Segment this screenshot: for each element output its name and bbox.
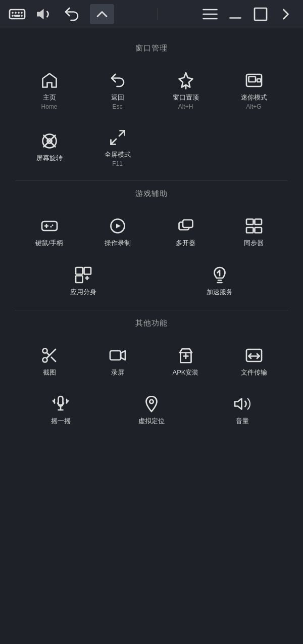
- svg-marker-52: [121, 351, 125, 360]
- menu-icon[interactable]: [201, 5, 219, 23]
- shake-icon: [48, 394, 73, 414]
- boost-label: 加速服务: [207, 288, 233, 297]
- game-assistant-grid: 键鼠/手柄 操作录制: [15, 209, 288, 253]
- sync-icon: [242, 216, 266, 236]
- svg-marker-30: [116, 223, 121, 228]
- window-management-title: 窗口管理: [15, 43, 288, 53]
- other-functions-section: 其他功能 截图: [15, 318, 288, 431]
- svg-point-28: [50, 226, 52, 227]
- rotate-icon: [37, 131, 62, 151]
- svg-rect-35: [246, 227, 254, 233]
- multi-open-label: 多开器: [176, 239, 195, 248]
- mini-mode-button[interactable]: 迷你模式 Alt+G: [220, 63, 288, 115]
- pin-button[interactable]: 窗口置顶 Alt+H: [152, 63, 220, 115]
- back-button[interactable]: 返回 Esc: [83, 63, 152, 115]
- mini-label-en: Alt+G: [246, 103, 261, 110]
- screen-record-button[interactable]: 录屏: [83, 338, 152, 382]
- svg-rect-41: [76, 275, 83, 283]
- scissors-icon: [37, 345, 62, 365]
- fullscreen-button[interactable]: 全屏模式 F11: [83, 120, 152, 172]
- screen-record-label: 录屏: [111, 369, 124, 377]
- toolbar-divider: [158, 8, 158, 20]
- file-transfer-icon: [242, 345, 266, 365]
- svg-rect-32: [183, 220, 193, 227]
- svg-point-60: [149, 400, 154, 404]
- home-label-en: Home: [41, 103, 57, 110]
- toolbar: [0, 0, 303, 28]
- record-label: 操作录制: [105, 239, 131, 248]
- volume-button[interactable]: 音量: [197, 387, 288, 431]
- svg-marker-61: [235, 399, 242, 409]
- caret-up-icon[interactable]: [90, 4, 114, 24]
- keyboard-gamepad-label: 键鼠/手柄: [35, 239, 64, 248]
- svg-rect-0: [10, 10, 25, 19]
- rotate-label-zh: 屏幕旋转: [36, 154, 63, 163]
- svg-point-27: [52, 224, 53, 226]
- shake-label: 摇一摇: [51, 417, 71, 426]
- pin-label-en: Alt+H: [178, 103, 193, 110]
- back-icon: [106, 70, 130, 90]
- multi-open-button[interactable]: 多开器: [152, 209, 220, 253]
- shake-button[interactable]: 摇一摇: [15, 387, 106, 431]
- volume-icon-main: [230, 394, 255, 414]
- sync-button[interactable]: 同步器: [220, 209, 288, 253]
- mini-mode-icon: [242, 70, 266, 90]
- svg-rect-39: [76, 267, 83, 274]
- home-button[interactable]: 主页 Home: [15, 63, 83, 115]
- pin-label-zh: 窗口置顶: [173, 94, 199, 102]
- mini-label-zh: 迷你模式: [241, 94, 267, 102]
- home-label-zh: 主页: [43, 94, 56, 102]
- svg-rect-13: [255, 8, 267, 20]
- fullscreen-label-en: F11: [112, 160, 123, 167]
- toolbar-left: [8, 4, 114, 24]
- back-label-zh: 返回: [111, 94, 124, 102]
- record-button[interactable]: 操作录制: [83, 209, 152, 253]
- game-assistant-title: 游戏辅助: [15, 189, 288, 199]
- file-transfer-button[interactable]: 文件传输: [220, 338, 288, 382]
- video-icon: [106, 345, 130, 365]
- apk-icon: [174, 345, 198, 365]
- svg-rect-16: [248, 77, 256, 82]
- location-icon: [139, 394, 164, 414]
- sync-label: 同步器: [244, 239, 264, 248]
- svg-rect-17: [257, 79, 261, 82]
- boost-icon: [208, 265, 232, 285]
- multi-open-icon: [174, 216, 198, 236]
- apk-label: APK安装: [172, 369, 198, 377]
- screenshot-label: 截图: [43, 369, 56, 377]
- keyboard-gamepad-button[interactable]: 键鼠/手柄: [15, 209, 83, 253]
- home-icon: [37, 70, 62, 90]
- other-functions-grid-2: 摇一摇 虚拟定位: [15, 387, 288, 431]
- boost-button[interactable]: 加速服务: [152, 258, 288, 302]
- fullscreen-label-zh: 全屏模式: [105, 151, 131, 159]
- back-toolbar-icon[interactable]: [63, 5, 81, 23]
- main-content: 窗口管理 主页 Home 返: [0, 28, 303, 446]
- clone-label: 应用分身: [70, 288, 96, 297]
- svg-rect-34: [255, 219, 262, 224]
- apk-install-button[interactable]: APK安装: [152, 338, 220, 382]
- window-management-section: 窗口管理 主页 Home 返: [15, 43, 288, 172]
- game-assistant-section: 游戏辅助 键鼠/手柄: [15, 189, 288, 302]
- keyboard-icon[interactable]: [8, 5, 26, 23]
- clone-icon: [71, 265, 95, 285]
- game-assistant-grid-2: 应用分身 加速服务: [15, 258, 288, 302]
- clone-button[interactable]: 应用分身: [15, 258, 152, 302]
- volume-label: 音量: [236, 417, 249, 426]
- divider-2: [15, 310, 288, 310]
- screenshot-button[interactable]: 截图: [15, 338, 83, 382]
- svg-line-50: [46, 352, 49, 355]
- keyboard-gamepad-icon: [37, 216, 62, 236]
- virtual-location-button[interactable]: 虚拟定位: [106, 387, 197, 431]
- virtual-location-label: 虚拟定位: [138, 417, 165, 426]
- other-functions-grid-1: 截图 录屏: [15, 338, 288, 382]
- close-icon[interactable]: [277, 5, 295, 23]
- volume-toolbar-icon[interactable]: [35, 5, 54, 23]
- divider-1: [15, 180, 288, 181]
- rotate-button[interactable]: 屏幕旋转: [15, 120, 83, 172]
- svg-rect-51: [110, 351, 121, 360]
- minimize-icon[interactable]: [226, 5, 244, 23]
- window-management-grid: 主页 Home 返回 Esc: [15, 63, 288, 172]
- maximize-icon[interactable]: [251, 5, 270, 23]
- fullscreen-icon: [106, 127, 130, 148]
- file-transfer-label: 文件传输: [241, 369, 267, 377]
